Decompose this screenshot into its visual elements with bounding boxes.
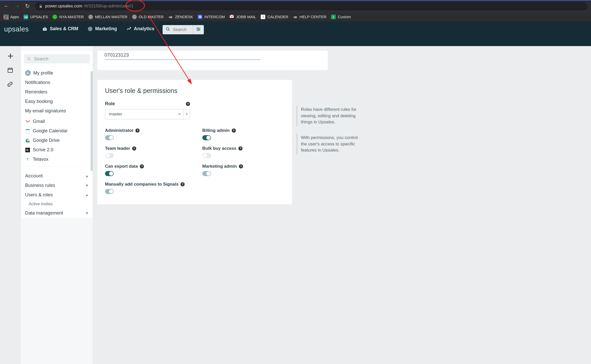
toggle-can_export: Can export data ?	[105, 164, 187, 176]
toggle-switch[interactable]	[202, 171, 211, 176]
sidebar-item[interactable]: Active invites	[24, 200, 90, 208]
nav-item[interactable]: Marketing	[87, 25, 118, 33]
search-icon	[166, 27, 170, 33]
bookmark-item[interactable]: JOBB MAIL	[229, 15, 256, 19]
toggle-label: Billing admin	[202, 128, 230, 133]
bookmark-item[interactable]: INTERCOM	[198, 15, 225, 19]
help-icon[interactable]: ?	[232, 129, 236, 133]
toggle-label: Bulk buy access	[202, 146, 236, 151]
help-icon[interactable]: ?	[140, 164, 144, 168]
sidebar-item-label: Data management	[25, 210, 63, 216]
sidebar-item-label: Active invites	[29, 202, 52, 206]
bookmark-item[interactable]: NYA MASTER	[52, 15, 84, 19]
back-button[interactable]: ←	[4, 3, 9, 9]
calendar-icon[interactable]	[7, 67, 14, 74]
global-search[interactable]	[163, 25, 204, 34]
phone-input[interactable]	[104, 51, 261, 60]
svg-point-9	[197, 28, 198, 29]
help-icon[interactable]: ?	[181, 182, 185, 186]
sidebar-search[interactable]: Search	[24, 54, 90, 63]
bookmark-item[interactable]: upHELP CENTER	[293, 15, 326, 19]
apps-icon	[4, 15, 8, 19]
apps-button[interactable]: Apps	[4, 15, 19, 19]
toggle-switch[interactable]	[202, 135, 211, 140]
left-rail	[0, 46, 21, 364]
sidebar-integration-item[interactable]: Google Calendar	[24, 126, 90, 136]
apps-label: Apps	[10, 15, 19, 19]
bookmark-item[interactable]: MELLAN MASTER	[88, 15, 128, 19]
search-settings-button[interactable]	[193, 27, 204, 32]
info-column: Roles have different rules for viewing, …	[297, 80, 363, 204]
address-bar[interactable]: power.upsales.com/#/15156/up-admin/user/…	[35, 2, 587, 10]
sidebar-item-label: Scrive 2.0	[33, 147, 53, 153]
sidebar-integration-item[interactable]: S.Scrive 2.0	[24, 145, 90, 155]
sidebar-integration-item[interactable]: Gmail	[24, 117, 90, 126]
bookmark-item[interactable]: +Custom	[331, 15, 351, 19]
search-icon	[27, 57, 31, 61]
help-icon[interactable]: ?	[239, 164, 243, 168]
toggle-switch[interactable]	[202, 153, 211, 158]
role-value: master	[105, 109, 178, 119]
sidebar-scrollbar[interactable]	[91, 71, 93, 171]
permissions-card: User's role & permissions Role ? master …	[97, 80, 292, 204]
briefcase-icon	[42, 26, 47, 31]
toggle-marketing_admin: Marketing admin ?	[202, 164, 284, 176]
bookmark-icon: +	[331, 15, 336, 19]
info-roles: Roles have different rules for viewing, …	[297, 105, 363, 126]
nav-item-label: Sales & CRM	[50, 26, 78, 31]
help-icon[interactable]: ?	[186, 102, 190, 106]
sidebar-search-placeholder: Search	[34, 56, 48, 62]
content-area: User's role & permissions Role ? master …	[93, 46, 591, 364]
gcal-icon	[25, 129, 30, 133]
bookmark-item[interactable]: OLD MASTER	[132, 15, 164, 19]
logo[interactable]: upsales	[4, 25, 29, 33]
svg-rect-2	[44, 29, 45, 30]
toggle-switch[interactable]	[105, 171, 114, 176]
sidebar-item[interactable]: Data management▼	[24, 208, 90, 218]
sidebar-item-label: Google Drive	[33, 138, 60, 143]
sidebar-item[interactable]: Users & roles▲	[24, 190, 90, 200]
link-icon[interactable]	[7, 81, 14, 88]
sidebar-item-my-profile[interactable]: JL My profile	[24, 68, 90, 78]
bookmark-label: NYA MASTER	[59, 15, 84, 19]
sidebar-item-label: Telavox	[33, 157, 48, 162]
svg-point-13	[197, 30, 198, 31]
sidebar-item[interactable]: My email signatures	[24, 106, 90, 116]
sidebar-item[interactable]: Notifications	[24, 78, 90, 87]
bookmark-icon	[52, 15, 57, 19]
bookmark-icon: 3	[261, 15, 265, 19]
reload-button[interactable]: ↻	[25, 3, 30, 9]
phone-card	[97, 51, 328, 70]
gmail-icon	[25, 120, 30, 123]
svg-line-7	[168, 30, 170, 31]
sidebar-section-account[interactable]: Account ▲	[24, 169, 90, 181]
clear-icon[interactable]: ✕	[178, 109, 184, 119]
role-select[interactable]: master ✕ ▼	[105, 109, 190, 119]
url-host: power.upsales.com	[45, 4, 82, 9]
toggle-switch[interactable]	[105, 189, 114, 194]
toggle-switch[interactable]	[105, 153, 114, 158]
sidebar-item[interactable]: Easy booking	[24, 97, 90, 106]
bookmark-item[interactable]: 3CALENDER	[261, 15, 288, 19]
help-icon[interactable]: ?	[238, 146, 242, 151]
sidebar-item[interactable]: Business rules▼	[24, 181, 90, 190]
bookmark-item[interactable]: upUPSALES	[24, 15, 48, 19]
nav-item[interactable]: Analytics	[125, 25, 155, 33]
global-search-input[interactable]	[172, 27, 190, 33]
bookmark-label: ZENDESK	[175, 15, 193, 19]
sidebar-integration-item[interactable]: Google Drive	[24, 136, 90, 145]
chevron-down-icon[interactable]: ▼	[184, 109, 190, 119]
sidebar-integration-item[interactable]: TTelavox	[24, 155, 90, 164]
nav-item[interactable]: Sales & CRM	[41, 25, 79, 33]
add-icon[interactable]	[7, 53, 14, 59]
sidebar-item[interactable]: Reminders	[24, 87, 90, 97]
forward-button[interactable]: →	[14, 3, 20, 9]
url-path: /#/15156/up-admin/user/1	[84, 4, 134, 9]
bookmark-label: INTERCOM	[204, 15, 225, 19]
bookmark-icon: up	[168, 15, 173, 19]
help-icon[interactable]: ?	[135, 129, 140, 133]
bookmark-item[interactable]: upZENDESK	[168, 15, 193, 19]
toggle-switch[interactable]	[105, 135, 114, 140]
toggle-label: Manually add companies to Signals	[105, 182, 178, 187]
help-icon[interactable]: ?	[132, 146, 136, 151]
